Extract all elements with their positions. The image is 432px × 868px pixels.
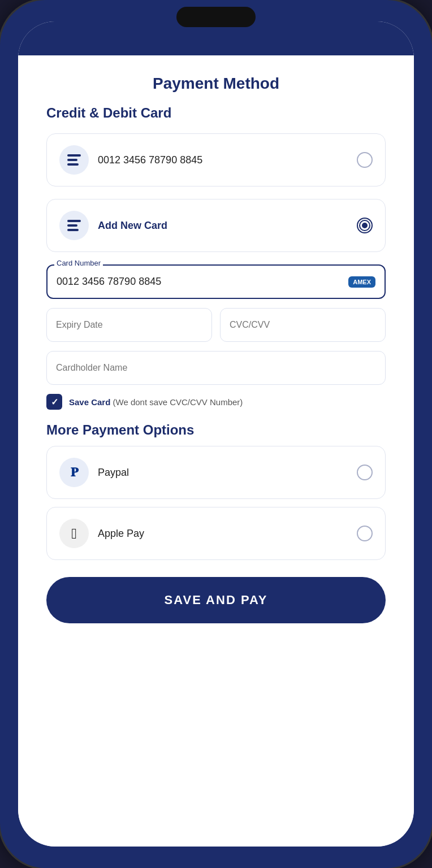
- card-line-2: [67, 159, 77, 161]
- paypal-p-icon: 𝐏: [71, 465, 78, 480]
- add-card-radio[interactable]: [357, 218, 373, 233]
- cardholder-name-input[interactable]: [46, 351, 386, 385]
- cvc-input[interactable]: [220, 308, 386, 342]
- paypal-radio[interactable]: [357, 465, 373, 480]
- apple-pay-radio[interactable]: [357, 526, 373, 541]
- add-card-icon: [59, 211, 89, 240]
- checkmark-icon: ✓: [51, 397, 58, 407]
- card-number-field[interactable]: 0012 3456 78790 8845 AMEX: [46, 264, 386, 299]
- more-options-heading: More Payment Options: [46, 422, 386, 438]
- save-card-text: Save Card (We dont save CVC/CVV Number): [69, 397, 243, 407]
- add-card-line-1: [67, 220, 81, 222]
- card-number-value: 0012 3456 78790 8845: [57, 276, 161, 288]
- save-card-checkbox[interactable]: ✓: [46, 394, 62, 410]
- amex-badge: AMEX: [348, 276, 375, 288]
- save-card-row: ✓ Save Card (We dont save CVC/CVV Number…: [46, 394, 386, 410]
- card-line-1: [67, 154, 81, 157]
- apple-logo-icon: : [71, 525, 77, 542]
- add-card-lines-icon: [67, 220, 81, 231]
- card-number-group: Card Number 0012 3456 78790 8845 AMEX: [46, 264, 386, 299]
- card-icon: [59, 145, 89, 175]
- expiry-date-input[interactable]: [46, 308, 212, 342]
- add-new-card-label: Add New Card: [98, 220, 348, 232]
- card-form: Card Number 0012 3456 78790 8845 AMEX: [46, 264, 386, 410]
- add-new-card-option[interactable]: Add New Card: [46, 199, 386, 252]
- saved-card-radio[interactable]: [357, 152, 373, 168]
- more-payment-options: More Payment Options 𝐏 Paypal  Apple Pa…: [46, 422, 386, 560]
- apple-pay-option[interactable]:  Apple Pay: [46, 507, 386, 560]
- save-card-note: (We dont save CVC/CVV Number): [110, 397, 243, 407]
- phone-frame: Payment Method Credit & Debit Card 0012 …: [0, 0, 432, 868]
- phone-notch: [176, 7, 256, 27]
- radio-inner-dot: [360, 221, 369, 230]
- apple-pay-label: Apple Pay: [98, 528, 348, 540]
- save-and-pay-button[interactable]: SAVE AND PAY: [46, 577, 386, 623]
- credit-section-heading: Credit & Debit Card: [46, 105, 386, 121]
- phone-screen: Payment Method Credit & Debit Card 0012 …: [18, 55, 414, 847]
- card-line-3: [67, 163, 79, 166]
- save-card-link: Save Card: [69, 397, 110, 407]
- card-lines-icon: [67, 154, 81, 166]
- add-card-line-3: [67, 229, 79, 231]
- phone-inner: Payment Method Credit & Debit Card 0012 …: [18, 21, 414, 847]
- card-number-label: Card Number: [54, 259, 103, 267]
- paypal-icon: 𝐏: [59, 458, 89, 487]
- apple-pay-icon: : [59, 519, 89, 548]
- paypal-option[interactable]: 𝐏 Paypal: [46, 446, 386, 499]
- paypal-label: Paypal: [98, 467, 348, 479]
- add-card-line-2: [67, 224, 77, 227]
- expiry-cvc-row: [46, 308, 386, 342]
- saved-card-option[interactable]: 0012 3456 78790 8845: [46, 133, 386, 186]
- saved-card-number: 0012 3456 78790 8845: [98, 154, 348, 166]
- page-title: Payment Method: [46, 75, 386, 93]
